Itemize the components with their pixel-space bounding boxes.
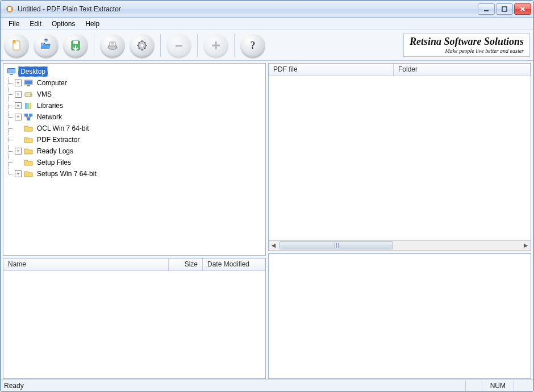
expander-icon[interactable]: + xyxy=(15,91,22,98)
tree-node-label: Setups Win 7 64-bit xyxy=(35,169,98,178)
close-button[interactable] xyxy=(514,3,531,15)
folder-tree-panel: Desktop +Computer+VMS+Libraries+NetworkO… xyxy=(3,63,266,256)
minimize-button[interactable] xyxy=(478,3,495,15)
col-date[interactable]: Date Modified xyxy=(203,258,265,270)
preview-panel xyxy=(268,253,531,379)
open-folder-button[interactable] xyxy=(34,33,59,58)
tree-node[interactable]: +Setups Win 7 64-bit xyxy=(6,168,263,180)
expander-icon[interactable]: + xyxy=(15,170,22,177)
folder-tree[interactable]: Desktop +Computer+VMS+Libraries+NetworkO… xyxy=(3,64,265,255)
toolbar-separator xyxy=(197,34,198,57)
network-icon xyxy=(24,112,33,122)
folder-icon xyxy=(24,169,33,178)
folder-icon xyxy=(24,124,33,133)
tree-root-label: Desktop xyxy=(18,66,48,77)
tree-branch-line xyxy=(6,111,14,123)
expander-spacer xyxy=(15,125,22,132)
pdf-list-panel: PDF file Folder ◄ ► xyxy=(268,63,531,251)
help-button[interactable]: ? xyxy=(240,33,265,58)
scroll-thumb[interactable] xyxy=(279,241,393,249)
app-icon xyxy=(5,5,14,14)
libraries-icon xyxy=(24,101,33,110)
svg-rect-1 xyxy=(8,7,11,11)
title-bar[interactable]: Untitled - PDF Plain Text Extractor xyxy=(1,1,533,18)
content-area: Desktop +Computer+VMS+Libraries+NetworkO… xyxy=(1,61,533,379)
tree-node-label: OCL Win 7 64-bit xyxy=(35,124,91,133)
expander-icon[interactable]: + xyxy=(15,80,22,86)
desktop-icon xyxy=(7,67,16,76)
scroll-track[interactable] xyxy=(278,241,521,251)
tree-node[interactable]: PDF Extractor xyxy=(6,134,263,145)
remove-button[interactable] xyxy=(166,33,191,58)
status-cell-empty-1 xyxy=(465,381,482,391)
scroll-right-icon[interactable]: ► xyxy=(521,241,531,251)
pdf-list-body[interactable] xyxy=(269,76,531,240)
app-window: Untitled - PDF Plain Text Extractor File… xyxy=(0,0,534,392)
tree-node-label: Computer xyxy=(35,78,69,87)
maximize-button[interactable] xyxy=(496,3,513,15)
file-list-body[interactable] xyxy=(3,271,265,378)
tree-node[interactable]: +Libraries xyxy=(6,100,263,111)
pdf-list-hscroll[interactable]: ◄ ► xyxy=(269,240,531,251)
brand-banner: Retsina Software Solutions Make people l… xyxy=(403,34,530,57)
preview-body[interactable] xyxy=(269,254,531,378)
tree-node[interactable]: +VMS xyxy=(6,89,263,100)
brand-tagline: Make people live better and easier xyxy=(410,48,524,54)
folder-icon xyxy=(24,158,33,167)
window-buttons xyxy=(478,3,531,15)
toolbar-separator xyxy=(94,34,94,57)
tree-node-label: Setup Files xyxy=(35,158,73,167)
expander-spacer xyxy=(15,136,22,143)
svg-rect-14 xyxy=(212,44,220,46)
tree-root[interactable]: Desktop xyxy=(6,66,263,77)
svg-rect-3 xyxy=(502,7,507,11)
expander-icon[interactable]: + xyxy=(15,102,22,109)
svg-text:?: ? xyxy=(251,40,256,51)
window-title: Untitled - PDF Plain Text Extractor xyxy=(18,5,121,13)
pdf-list-header[interactable]: PDF file Folder xyxy=(269,64,531,76)
status-text: Ready xyxy=(4,382,24,390)
tree-branch-line xyxy=(6,157,14,168)
svg-rect-24 xyxy=(25,103,27,109)
menu-file[interactable]: File xyxy=(4,19,24,29)
col-pdf-file[interactable]: PDF file xyxy=(269,64,394,76)
folder-icon xyxy=(24,147,33,156)
svg-rect-26 xyxy=(30,103,31,109)
tree-branch-line xyxy=(6,123,14,134)
svg-rect-29 xyxy=(27,118,30,120)
tree-node-label: Libraries xyxy=(35,101,65,110)
tree-node[interactable]: Setup Files xyxy=(6,157,263,168)
tree-node[interactable]: +Ready Logs xyxy=(6,145,263,157)
svg-rect-17 xyxy=(8,69,15,73)
settings-button[interactable] xyxy=(130,33,155,58)
new-document-button[interactable] xyxy=(4,33,29,58)
drive-icon xyxy=(24,90,33,99)
file-list-header[interactable]: Name Size Date Modified xyxy=(3,258,265,271)
file-list-panel: Name Size Date Modified xyxy=(3,258,266,379)
status-indicator: NUM xyxy=(482,381,514,391)
menu-edit[interactable]: Edit xyxy=(25,19,46,29)
tree-node-label: VMS xyxy=(35,90,53,99)
svg-rect-28 xyxy=(29,114,32,116)
toolbar-separator xyxy=(234,34,235,57)
tree-node[interactable]: +Computer xyxy=(6,77,263,89)
menu-help[interactable]: Help xyxy=(81,19,104,29)
add-button[interactable] xyxy=(203,33,228,58)
svg-rect-21 xyxy=(27,85,30,86)
toolbar-separator xyxy=(160,34,161,57)
expander-icon[interactable]: + xyxy=(15,114,22,120)
menu-options[interactable]: Options xyxy=(47,19,80,29)
tree-node[interactable]: +Network xyxy=(6,111,263,123)
scan-button[interactable] xyxy=(100,33,125,58)
svg-point-11 xyxy=(141,44,144,47)
col-name[interactable]: Name xyxy=(3,258,169,270)
col-size[interactable]: Size xyxy=(169,258,203,270)
left-pane: Desktop +Computer+VMS+Libraries+NetworkO… xyxy=(3,63,266,379)
col-folder[interactable]: Folder xyxy=(394,64,531,76)
tree-node[interactable]: OCL Win 7 64-bit xyxy=(6,123,263,134)
scroll-left-icon[interactable]: ◄ xyxy=(269,241,278,251)
expander-icon[interactable]: + xyxy=(15,148,22,155)
svg-rect-20 xyxy=(25,81,32,84)
save-button[interactable] xyxy=(63,33,88,58)
tree-branch-line xyxy=(6,168,14,180)
